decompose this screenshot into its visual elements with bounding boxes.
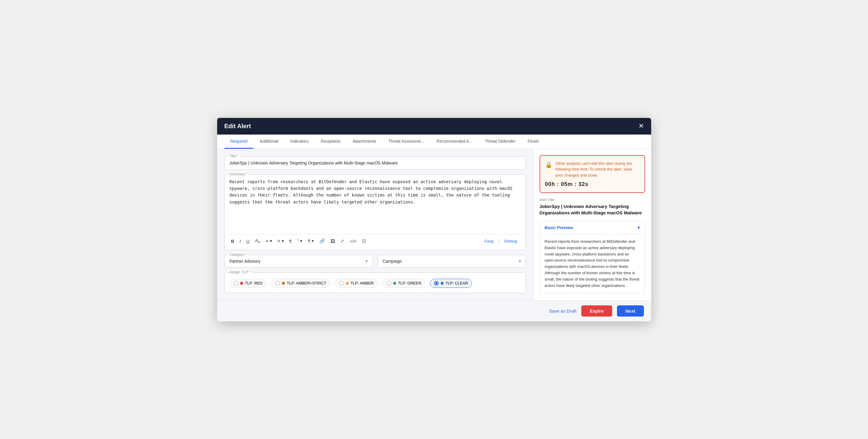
tab-required[interactable]: Required [224, 134, 254, 149]
sidebar-alert-title-value: JokerSpy | Unknown Adversary Targeting O… [539, 203, 645, 216]
subcategory-select[interactable]: Campaign ▾ [377, 255, 526, 268]
sidebar-alert-title-label: Alert Title [539, 198, 645, 202]
modal-title: Edit Alert [224, 123, 251, 130]
modal-body: Title * Summary * B I U A≡ ≡ ▾ ≡ ▾ ¶ " ▾… [217, 149, 651, 300]
expire-button[interactable]: Expire [581, 305, 612, 317]
category-row: Category * Partner Advisory ▾ Campaign ▾ [224, 255, 526, 268]
preview-header[interactable]: Basic Preview ▾ [540, 221, 645, 234]
paragraph-button[interactable]: ¶ [288, 238, 293, 244]
tlp-red-radio [234, 281, 238, 286]
tlp-options: TLP: RED TLP: AMBER+STRICT TLP: AMBER [229, 279, 521, 288]
quote-button[interactable]: " ▾ [296, 238, 304, 244]
lock-timer: 00h : 05m : 32s [545, 181, 640, 187]
font-size-button[interactable]: A≡ [253, 237, 261, 245]
lock-notice-content: 🔒 Other analysts can't edit this alert d… [545, 161, 640, 178]
main-content: Title * Summary * B I U A≡ ≡ ▾ ≡ ▾ ¶ " ▾… [217, 149, 533, 300]
lock-icon: 🔒 [545, 161, 553, 168]
tab-additional[interactable]: Additional [253, 134, 284, 149]
category-label: Category * [228, 252, 248, 257]
tlp-clear-label: TLP: CLEAR [445, 281, 468, 285]
tlp-clear-option[interactable]: TLP: CLEAR [430, 279, 472, 288]
category-select[interactable]: Category * Partner Advisory ▾ [224, 255, 373, 268]
tab-finish[interactable]: Finish [522, 134, 545, 149]
tab-recommended-a[interactable]: Recommended A... [431, 134, 479, 149]
edit-alert-modal: Edit Alert ✕ Required Additional Indicat… [217, 118, 651, 321]
preview-label: Basic Preview [545, 225, 573, 230]
tlp-label: Assign TLP * [228, 270, 252, 274]
subcategory-arrow-icon: ▾ [519, 259, 521, 263]
subcategory-value: Campaign [382, 259, 402, 264]
sidebar: 🔒 Other analysts can't edit this alert d… [533, 149, 651, 300]
tabs-bar: Required Additional Indicators Recipient… [217, 134, 651, 149]
embed-button[interactable]: ⊡ [361, 238, 368, 244]
tab-attachments[interactable]: Attachments [347, 134, 382, 149]
preview-text: Recent reports from researchers at BitDe… [545, 239, 640, 288]
defang-button[interactable]: Defang [501, 238, 521, 245]
tlp-amber-strict-dot [282, 282, 285, 285]
timer-minutes: 05 [561, 181, 568, 187]
category-arrow-icon: ▾ [366, 259, 368, 263]
tlp-red-dot [240, 282, 243, 285]
tlp-group: Assign TLP * TLP: RED TLP: AMBER+STRICT [224, 273, 526, 293]
summary-input[interactable] [229, 178, 521, 233]
tab-recipients[interactable]: Recipients [315, 134, 347, 149]
title-field-group: Title * [224, 156, 526, 169]
modal-header: Edit Alert ✕ [217, 118, 651, 134]
tlp-amber-strict-option[interactable]: TLP: AMBER+STRICT [271, 279, 330, 288]
tlp-green-option[interactable]: TLP: GREEN [382, 279, 425, 288]
tlp-amber-strict-radio [275, 281, 280, 286]
link-button[interactable]: 🔗 [318, 238, 327, 244]
summary-field-group: Summary * B I U A≡ ≡ ▾ ≡ ▾ ¶ " ▾ ¶ ▾ 🔗 🖼… [224, 175, 526, 250]
tlp-clear-dot [441, 282, 444, 285]
image-button[interactable]: 🖼 [329, 238, 337, 244]
tlp-amber-dot [346, 282, 349, 285]
unordered-list-button[interactable]: ≡ ▾ [276, 238, 285, 244]
tab-indicators[interactable]: Indicators [284, 134, 315, 149]
tlp-amber-strict-label: TLP: AMBER+STRICT [287, 281, 326, 285]
summary-label: Summary * [228, 172, 249, 176]
lock-text: Other analysts can't edit this alert dur… [556, 161, 640, 178]
fang-separator: | [498, 238, 499, 244]
tlp-green-dot [393, 282, 396, 285]
timer-hours: 00 [545, 181, 552, 187]
tab-threat-assessment[interactable]: Threat Assessme... [382, 134, 431, 149]
modal-footer: Save as Draft Expire Next [217, 300, 651, 321]
fang-defang-area: Fang | Defang [481, 238, 521, 245]
tlp-amber-option[interactable]: TLP: AMBER [335, 279, 378, 288]
tlp-clear-radio [434, 281, 439, 286]
close-button[interactable]: ✕ [639, 123, 644, 129]
align-button[interactable]: ¶ ▾ [306, 238, 315, 244]
tlp-amber-label: TLP: AMBER [350, 281, 374, 285]
preview-section: Basic Preview ▾ Recent reports from rese… [539, 221, 645, 293]
preview-chevron-icon: ▾ [638, 225, 640, 230]
editor-toolbar: B I U A≡ ≡ ▾ ≡ ▾ ¶ " ▾ ¶ ▾ 🔗 🖼 ⤢ </> ⊡ F… [229, 234, 521, 246]
timer-seconds: 32 [579, 181, 585, 187]
title-input[interactable] [229, 161, 521, 165]
sidebar-alert-title-section: Alert Title JokerSpy | Unknown Adversary… [539, 198, 645, 216]
category-value: Partner Advisory [229, 259, 261, 264]
tlp-green-radio [386, 281, 391, 286]
next-button[interactable]: Next [617, 305, 644, 317]
fang-button[interactable]: Fang [481, 238, 497, 245]
tlp-green-label: TLP: GREEN [398, 281, 421, 285]
preview-body: Recent reports from researchers at BitDe… [540, 234, 645, 293]
underline-button[interactable]: U [245, 238, 251, 244]
save-draft-button[interactable]: Save as Draft [549, 308, 577, 314]
bold-button[interactable]: B [229, 238, 236, 244]
tlp-red-option[interactable]: TLP: RED [229, 279, 267, 288]
italic-button[interactable]: I [238, 238, 242, 244]
tab-threat-defender[interactable]: Threat Defender [479, 134, 522, 149]
ordered-list-button[interactable]: ≡ ▾ [264, 238, 274, 244]
tlp-amber-radio [339, 281, 344, 286]
title-label: Title * [228, 154, 240, 158]
lock-notice: 🔒 Other analysts can't edit this alert d… [539, 155, 645, 193]
code-button[interactable]: </> [348, 238, 358, 244]
tlp-red-label: TLP: RED [245, 281, 263, 285]
expand-button[interactable]: ⤢ [339, 238, 346, 244]
